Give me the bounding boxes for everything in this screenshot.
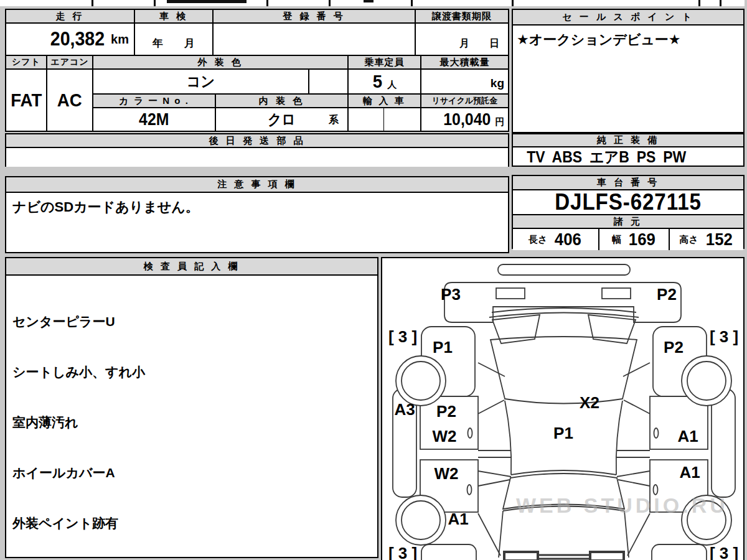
- inspection-header: 車 検: [135, 10, 214, 24]
- shift-header: シフト: [6, 56, 47, 70]
- max-load-unit: kg: [491, 77, 504, 90]
- notes-header: 注 意 事 項 欄: [6, 177, 508, 193]
- divider: [512, 0, 514, 6]
- import-cell-1: [349, 108, 384, 131]
- clipped-text-fragment: [364, 0, 374, 2]
- height-value: 152: [706, 230, 733, 250]
- shift-value: FAT: [11, 90, 42, 111]
- auction-sheet: { "top_table": { "mileage_label": "走 行",…: [0, 0, 747, 560]
- length-value: 406: [555, 230, 581, 250]
- recycle-unit: 円: [495, 116, 504, 128]
- divider: [720, 0, 721, 6]
- damage-code-A1-11: A1: [677, 427, 698, 446]
- later-shipped-parts-body: [6, 148, 508, 167]
- aircon-header: エアコン: [47, 56, 93, 70]
- inspector-note-line: センターピラーU: [12, 313, 371, 330]
- damage-code-3-15: [ 3 ]: [388, 544, 417, 560]
- damage-code-A1-14: A1: [448, 510, 468, 529]
- damage-code-P1-9: P1: [553, 424, 573, 443]
- damage-code-P2-5: P2: [664, 338, 684, 357]
- damage-code-P1-4: P1: [433, 338, 453, 357]
- cut-off-top-row: [0, 0, 745, 6]
- width-label: 幅: [612, 234, 621, 246]
- car-damage-diagram: WEB STUDIO.RU P3P2[ 3 ][ 3 ]P1P2A3P2X2P1…: [381, 257, 745, 560]
- capacity-unit: 人: [387, 79, 397, 91]
- sales-point-header: セ ー ル ス ポ イ ン ト: [513, 10, 743, 26]
- inspection-value: 年 月: [135, 24, 214, 56]
- sales-point-section: セ ー ル ス ポ イ ン ト ★オークションデビュー★: [512, 9, 745, 133]
- damage-code-A3-6: A3: [394, 400, 415, 419]
- inspector-notes-header: 検 査 員 記 入 欄: [6, 258, 377, 276]
- inspector-notes-section: 検 査 員 記 入 欄 センターピラーU シートしみ小、すれ小 室内薄汚れ ホイ…: [5, 257, 378, 558]
- divider: [266, 0, 268, 6]
- equipment-header: 純 正 装 備: [513, 134, 743, 147]
- interior-color-suffix: 系: [329, 114, 339, 127]
- aircon-value: AC: [57, 90, 82, 111]
- recycle-value: 10,040: [444, 110, 491, 129]
- mileage-value: 20,382: [50, 28, 105, 50]
- transfer-deadline-value: 月 日: [416, 24, 508, 56]
- mileage-header: 走 行: [6, 10, 135, 24]
- height-label: 高さ: [679, 234, 698, 246]
- sales-point-body: ★オークションデビュー★: [513, 26, 743, 54]
- damage-code-3-16: [ 3 ]: [710, 544, 738, 560]
- chassis-section: 車 台 番 号 DJLFS-627115 諸 元 長さ 406 幅 169 高さ…: [512, 175, 745, 249]
- damage-code-P3-0: P3: [441, 285, 461, 304]
- chassis-number: DJLFS-627115: [555, 189, 702, 215]
- damage-code-P2-1: P2: [657, 285, 677, 304]
- transfer-deadline-header: 譲渡書類期限: [416, 10, 508, 24]
- damage-code-3-3: [ 3 ]: [710, 327, 738, 347]
- divider: [92, 0, 93, 6]
- later-shipped-parts-section: 後 日 発 送 部 品: [5, 133, 509, 167]
- divider: [329, 0, 331, 6]
- inspector-note-line: 外装ペイント跡有: [12, 515, 371, 531]
- chassis-header: 車 台 番 号: [513, 176, 743, 190]
- divider: [154, 0, 156, 6]
- damage-code-W2-12: W2: [435, 464, 459, 483]
- damage-code-layer: P3P2[ 3 ][ 3 ]P1P2A3P2X2P1W2A1W2A1A1[ 3 …: [382, 258, 743, 560]
- inspector-note-line: ホイールカバーA: [12, 464, 371, 481]
- interior-color-value: クロ: [268, 110, 296, 129]
- import-header: 輸 入 車: [349, 95, 421, 108]
- divider: [411, 0, 413, 6]
- capacity-value: 5: [372, 71, 382, 92]
- mileage-unit: km: [111, 32, 129, 47]
- notes-body: ナビのSDカードありません。: [6, 193, 508, 263]
- width-value: 169: [629, 230, 655, 250]
- equipment-body: TV ABS エアB PS PW: [522, 147, 734, 167]
- capacity-header: 乗車定員: [349, 56, 421, 70]
- max-load-header: 最大積載量: [421, 56, 508, 70]
- inspector-note-line: 室内薄汚れ: [12, 414, 371, 431]
- later-shipped-parts-header: 後 日 発 送 部 品: [6, 134, 508, 148]
- equipment-section: 純 正 装 備 TV ABS エアB PS PW: [512, 133, 745, 167]
- damage-code-3-2: [ 3 ]: [388, 327, 417, 347]
- import-cell-2: [384, 108, 421, 131]
- damage-code-X2-8: X2: [580, 393, 599, 413]
- color-no-value: 42M: [139, 110, 169, 129]
- inspector-notes-body: センターピラーU シートしみ小、すれ小 室内薄汚れ ホイールカバーA 外装ペイン…: [6, 276, 377, 560]
- clipped-text-fragment: [167, 0, 247, 3]
- damage-code-P2-7: P2: [436, 402, 456, 421]
- registration-header: 登 録 番 号: [214, 10, 416, 24]
- dimensions-header: 諸 元: [513, 215, 743, 229]
- registration-value: [214, 24, 416, 56]
- notes-section: 注 意 事 項 欄 ナビのSDカードありません。: [5, 176, 509, 253]
- damage-code-W2-10: W2: [433, 427, 457, 446]
- interior-color-header: 内 装 色: [216, 95, 349, 108]
- exterior-color-value: コン: [187, 72, 215, 91]
- damage-code-A1-13: A1: [679, 463, 700, 482]
- exterior-color-suffix-cell: [309, 70, 349, 95]
- recycle-header: リサイクル預託金: [421, 95, 508, 108]
- inspector-note-line: シートしみ小、すれ小: [12, 363, 371, 380]
- color-no-header: カ ラ ー N o .: [93, 95, 216, 108]
- vehicle-info-table: 走 行 車 検 登 録 番 号 譲渡書類期限 20,382 km 年 月 月 日…: [5, 9, 509, 132]
- exterior-color-header: 外 装 色: [93, 56, 349, 70]
- divider: [698, 0, 700, 6]
- length-label: 長さ: [529, 234, 547, 246]
